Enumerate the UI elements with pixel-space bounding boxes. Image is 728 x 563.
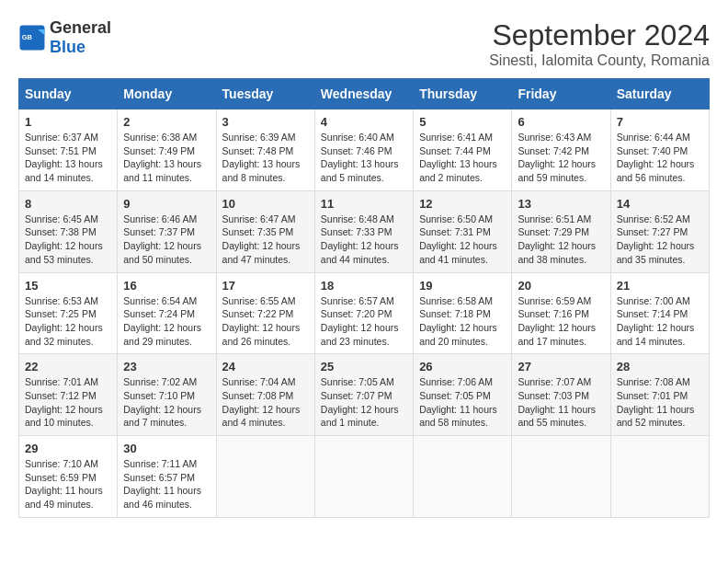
calendar-cell xyxy=(216,436,314,518)
day-number: 27 xyxy=(518,360,604,373)
sunset-label: Sunset: 7:40 PM xyxy=(617,145,688,156)
daylight-label: Daylight: 13 hours and 5 minutes. xyxy=(321,158,399,183)
calendar-cell xyxy=(314,436,413,518)
calendar-cell xyxy=(512,436,610,518)
sunrise-label: Sunrise: 6:44 AM xyxy=(617,132,690,143)
sunrise-label: Sunrise: 6:50 AM xyxy=(419,213,493,224)
calendar-cell: 16 Sunrise: 6:54 AM Sunset: 7:24 PM Dayl… xyxy=(118,272,216,354)
daylight-label: Daylight: 13 hours and 8 minutes. xyxy=(222,158,301,183)
day-number: 7 xyxy=(617,115,703,129)
sunrise-label: Sunrise: 7:00 AM xyxy=(617,295,690,306)
weekday-header-monday: Monday xyxy=(118,79,216,109)
week-row-4: 22 Sunrise: 7:01 AM Sunset: 7:12 PM Dayl… xyxy=(19,354,710,436)
cell-content: Sunrise: 6:45 AM Sunset: 7:38 PM Dayligh… xyxy=(25,213,111,267)
cell-content: Sunrise: 7:11 AM Sunset: 6:57 PM Dayligh… xyxy=(123,457,210,511)
sunset-label: Sunset: 7:03 PM xyxy=(518,390,589,401)
cell-content: Sunrise: 6:58 AM Sunset: 7:18 PM Dayligh… xyxy=(419,294,506,349)
calendar-cell: 3 Sunrise: 6:39 AM Sunset: 7:48 PM Dayli… xyxy=(216,109,314,191)
calendar-cell: 30 Sunrise: 7:11 AM Sunset: 6:57 PM Dayl… xyxy=(118,436,216,518)
calendar-cell: 27 Sunrise: 7:07 AM Sunset: 7:03 PM Dayl… xyxy=(512,354,610,436)
day-number: 18 xyxy=(321,279,407,293)
daylight-label: Daylight: 12 hours and 38 minutes. xyxy=(518,240,596,265)
sunrise-label: Sunrise: 6:51 AM xyxy=(518,213,591,224)
day-number: 6 xyxy=(518,115,604,129)
day-number: 29 xyxy=(25,442,111,455)
logo: GB General Blue xyxy=(18,18,111,57)
daylight-label: Daylight: 12 hours and 32 minutes. xyxy=(25,322,103,347)
sunrise-label: Sunrise: 6:40 AM xyxy=(321,132,394,143)
week-row-1: 1 Sunrise: 6:37 AM Sunset: 7:51 PM Dayli… xyxy=(19,109,710,191)
day-number: 3 xyxy=(222,115,309,129)
sunset-label: Sunset: 7:16 PM xyxy=(518,308,589,319)
calendar-cell: 24 Sunrise: 7:04 AM Sunset: 7:08 PM Dayl… xyxy=(216,354,314,436)
day-number: 14 xyxy=(617,197,703,211)
weekday-header-wednesday: Wednesday xyxy=(314,79,413,109)
week-row-3: 15 Sunrise: 6:53 AM Sunset: 7:25 PM Dayl… xyxy=(19,272,710,354)
sunrise-label: Sunrise: 7:10 AM xyxy=(25,458,98,469)
sunrise-label: Sunrise: 7:07 AM xyxy=(518,376,591,387)
cell-content: Sunrise: 6:48 AM Sunset: 7:33 PM Dayligh… xyxy=(321,213,407,267)
weekday-header-thursday: Thursday xyxy=(414,79,512,109)
day-number: 30 xyxy=(123,442,210,455)
cell-content: Sunrise: 6:50 AM Sunset: 7:31 PM Dayligh… xyxy=(419,213,506,267)
daylight-label: Daylight: 13 hours and 2 minutes. xyxy=(419,158,497,183)
cell-content: Sunrise: 7:00 AM Sunset: 7:14 PM Dayligh… xyxy=(617,294,703,349)
sunset-label: Sunset: 7:44 PM xyxy=(419,145,491,156)
cell-content: Sunrise: 6:57 AM Sunset: 7:20 PM Dayligh… xyxy=(321,294,407,349)
sunrise-label: Sunrise: 6:37 AM xyxy=(25,132,98,143)
sunset-label: Sunset: 7:07 PM xyxy=(321,390,392,401)
cell-content: Sunrise: 6:55 AM Sunset: 7:22 PM Dayligh… xyxy=(222,294,309,349)
cell-content: Sunrise: 6:40 AM Sunset: 7:46 PM Dayligh… xyxy=(321,131,407,185)
sunset-label: Sunset: 7:49 PM xyxy=(123,145,195,156)
calendar-cell: 4 Sunrise: 6:40 AM Sunset: 7:46 PM Dayli… xyxy=(314,109,413,191)
calendar-cell: 5 Sunrise: 6:41 AM Sunset: 7:44 PM Dayli… xyxy=(414,109,512,191)
day-number: 8 xyxy=(25,197,111,211)
sunrise-label: Sunrise: 6:57 AM xyxy=(321,295,394,306)
day-number: 24 xyxy=(222,360,309,373)
calendar-cell: 14 Sunrise: 6:52 AM Sunset: 7:27 PM Dayl… xyxy=(610,190,709,272)
daylight-label: Daylight: 12 hours and 17 minutes. xyxy=(518,322,596,347)
calendar-cell: 29 Sunrise: 7:10 AM Sunset: 6:59 PM Dayl… xyxy=(19,436,118,518)
sunrise-label: Sunrise: 6:48 AM xyxy=(321,213,394,224)
calendar-cell: 25 Sunrise: 7:05 AM Sunset: 7:07 PM Dayl… xyxy=(314,354,413,436)
weekday-header-row: SundayMondayTuesdayWednesdayThursdayFrid… xyxy=(19,79,710,109)
title-section: September 2024 Sinesti, Ialomita County,… xyxy=(489,18,710,69)
cell-content: Sunrise: 6:38 AM Sunset: 7:49 PM Dayligh… xyxy=(123,131,210,185)
calendar-cell xyxy=(414,436,512,518)
day-number: 2 xyxy=(123,115,210,129)
cell-content: Sunrise: 6:41 AM Sunset: 7:44 PM Dayligh… xyxy=(419,131,506,185)
sunrise-label: Sunrise: 6:46 AM xyxy=(123,213,197,224)
daylight-label: Daylight: 12 hours and 14 minutes. xyxy=(617,322,695,347)
calendar-cell: 7 Sunrise: 6:44 AM Sunset: 7:40 PM Dayli… xyxy=(610,109,709,191)
cell-content: Sunrise: 6:44 AM Sunset: 7:40 PM Dayligh… xyxy=(617,131,703,185)
page-header: GB General Blue September 2024 Sinesti, … xyxy=(18,18,710,69)
sunrise-label: Sunrise: 6:55 AM xyxy=(222,295,296,306)
daylight-label: Daylight: 12 hours and 53 minutes. xyxy=(25,240,103,265)
cell-content: Sunrise: 7:01 AM Sunset: 7:12 PM Dayligh… xyxy=(25,375,111,430)
sunrise-label: Sunrise: 6:52 AM xyxy=(617,213,690,224)
cell-content: Sunrise: 7:10 AM Sunset: 6:59 PM Dayligh… xyxy=(25,457,111,511)
daylight-label: Daylight: 11 hours and 55 minutes. xyxy=(518,404,596,429)
daylight-label: Daylight: 12 hours and 23 minutes. xyxy=(321,322,399,347)
daylight-label: Daylight: 13 hours and 11 minutes. xyxy=(123,158,201,183)
day-number: 12 xyxy=(419,197,506,211)
calendar-title: September 2024 xyxy=(489,18,710,52)
calendar-cell: 6 Sunrise: 6:43 AM Sunset: 7:42 PM Dayli… xyxy=(512,109,610,191)
calendar-cell: 12 Sunrise: 6:50 AM Sunset: 7:31 PM Dayl… xyxy=(414,190,512,272)
sunset-label: Sunset: 7:48 PM xyxy=(222,145,294,156)
day-number: 10 xyxy=(222,197,309,211)
daylight-label: Daylight: 12 hours and 59 minutes. xyxy=(518,158,596,183)
sunrise-label: Sunrise: 7:08 AM xyxy=(617,376,690,387)
sunset-label: Sunset: 7:29 PM xyxy=(518,226,589,237)
cell-content: Sunrise: 7:05 AM Sunset: 7:07 PM Dayligh… xyxy=(321,375,407,430)
sunrise-label: Sunrise: 7:02 AM xyxy=(123,376,197,387)
calendar-cell: 9 Sunrise: 6:46 AM Sunset: 7:37 PM Dayli… xyxy=(118,190,216,272)
cell-content: Sunrise: 6:59 AM Sunset: 7:16 PM Dayligh… xyxy=(518,294,604,349)
daylight-label: Daylight: 11 hours and 52 minutes. xyxy=(617,404,695,429)
day-number: 20 xyxy=(518,279,604,293)
svg-text:GB: GB xyxy=(22,33,33,41)
cell-content: Sunrise: 7:06 AM Sunset: 7:05 PM Dayligh… xyxy=(419,375,506,430)
calendar-cell: 18 Sunrise: 6:57 AM Sunset: 7:20 PM Dayl… xyxy=(314,272,413,354)
cell-content: Sunrise: 7:04 AM Sunset: 7:08 PM Dayligh… xyxy=(222,375,309,430)
day-number: 11 xyxy=(321,197,407,211)
